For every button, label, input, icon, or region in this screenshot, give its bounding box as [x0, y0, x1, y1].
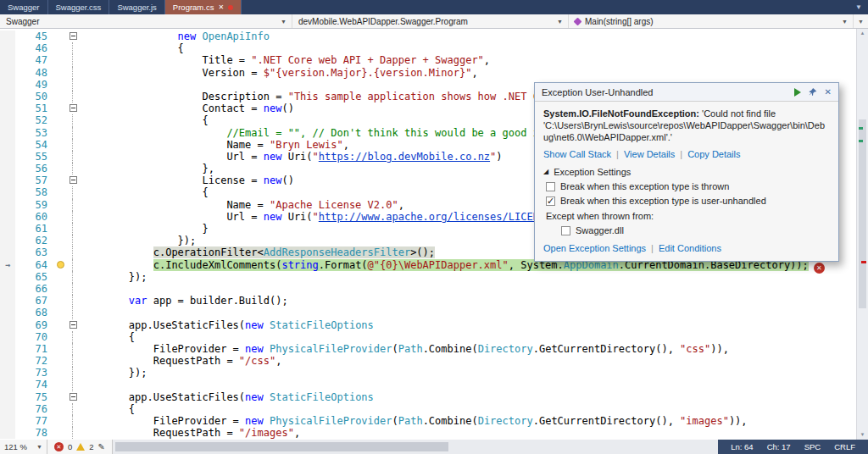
close-icon[interactable]: ✕: [218, 4, 224, 11]
breakpoint-margin[interactable]: [0, 295, 15, 307]
breakpoint-margin[interactable]: [0, 319, 15, 331]
fold-collapse-button[interactable]: [66, 102, 80, 114]
code-text[interactable]: FileProvider = new PhysicalFileProvider(…: [80, 343, 856, 355]
breakpoint-margin[interactable]: [0, 54, 15, 66]
breakpoint-margin[interactable]: [0, 367, 15, 379]
vertical-scrollbar[interactable]: ▲ ▼: [856, 29, 868, 440]
type-dropdown[interactable]: devMobile.WebAPIDapper.Swagger.Program ▼: [292, 14, 569, 28]
code-text[interactable]: var app = builder.Build();: [80, 295, 856, 307]
link-copy-details[interactable]: Copy Details: [687, 149, 740, 159]
checkbox-break-when-this-exception-type-is-user-unhandled[interactable]: [546, 197, 555, 206]
breakpoint-margin[interactable]: [0, 343, 15, 355]
code-text[interactable]: [80, 307, 856, 318]
navbar-extra-button[interactable]: ▼: [853, 14, 868, 28]
expander-icon[interactable]: ◢: [543, 169, 548, 175]
fold-collapse-button[interactable]: [66, 30, 80, 42]
breakpoint-margin[interactable]: [0, 91, 15, 102]
tab-swagger[interactable]: Swagger: [0, 0, 48, 14]
code-text[interactable]: RequestPath = "/css",: [80, 355, 856, 367]
breakpoint-margin[interactable]: [0, 379, 15, 390]
code-line-45: 45 new OpenApiInfo: [0, 30, 856, 42]
chevron-down-icon[interactable]: ▼: [838, 19, 851, 25]
current-statement-arrow-icon[interactable]: →: [0, 259, 15, 271]
breakpoint-margin[interactable]: [0, 30, 15, 42]
scroll-down-icon[interactable]: ▼: [857, 430, 868, 440]
exception-settings-header[interactable]: ◢ Exception Settings: [543, 167, 830, 177]
breakpoint-margin[interactable]: [0, 42, 15, 54]
tab-swagger-css[interactable]: Swagger.css: [48, 0, 110, 14]
member-dropdown[interactable]: Main(string[] args) ▼: [569, 14, 853, 28]
continue-icon[interactable]: [794, 88, 801, 97]
chevron-down-icon[interactable]: ▼: [855, 3, 862, 11]
breakpoint-margin[interactable]: [0, 163, 15, 174]
link-open-exception-settings[interactable]: Open Exception Settings: [543, 243, 646, 253]
link-view-details[interactable]: View Details: [624, 149, 675, 159]
scroll-up-icon[interactable]: ▲: [857, 29, 868, 38]
code-text[interactable]: Version = $"{version.Major}.{version.Min…: [80, 67, 856, 79]
zoom-control[interactable]: 121 % ▼: [0, 440, 47, 454]
breakpoint-margin[interactable]: [0, 271, 15, 283]
code-text[interactable]: {: [80, 42, 856, 54]
checkbox-break-when-this-exception-type-is-thrown[interactable]: [546, 182, 555, 191]
breakpoint-margin[interactable]: [0, 67, 15, 79]
scrollbar-thumb[interactable]: [859, 119, 866, 308]
breakpoint-margin[interactable]: [0, 415, 15, 427]
breakpoint-margin[interactable]: [0, 223, 15, 235]
line-ending-indicator[interactable]: CRLF: [834, 442, 855, 451]
code-text[interactable]: app.UseStaticFiles(new StaticFileOptions: [80, 391, 856, 403]
code-text[interactable]: });: [80, 367, 856, 379]
horizontal-scrollbar-thumb[interactable]: [115, 442, 448, 451]
chevron-down-icon[interactable]: ▼: [277, 19, 290, 25]
breakpoint-margin[interactable]: [0, 199, 15, 211]
checkbox-swagger-dll[interactable]: [561, 226, 570, 235]
error-warning-summary[interactable]: ✕ 0 2 ✎: [47, 440, 113, 454]
breakpoint-margin[interactable]: [0, 139, 15, 151]
breakpoint-margin[interactable]: [0, 307, 15, 318]
close-icon[interactable]: ✕: [825, 88, 832, 97]
link-show-call-stack[interactable]: Show Call Stack: [543, 149, 611, 159]
code-text[interactable]: {: [80, 331, 856, 343]
column-indicator[interactable]: Ch: 17: [767, 442, 791, 451]
fold-guide: [66, 415, 80, 427]
lightbulb-icon[interactable]: [54, 259, 66, 271]
breakpoint-margin[interactable]: [0, 283, 15, 295]
horizontal-scrollbar[interactable]: [113, 440, 718, 454]
breakpoint-margin[interactable]: [0, 79, 15, 91]
code-text[interactable]: {: [80, 403, 856, 415]
fold-collapse-button[interactable]: [66, 319, 80, 331]
code-text[interactable]: [80, 283, 856, 295]
breakpoint-margin[interactable]: [0, 391, 15, 403]
breakpoint-margin[interactable]: [0, 355, 15, 367]
breakpoint-margin[interactable]: [0, 246, 15, 258]
breakpoint-margin[interactable]: [0, 186, 15, 198]
breakpoint-margin[interactable]: [0, 211, 15, 223]
code-text[interactable]: RequestPath = "/images",: [80, 427, 856, 439]
chevron-down-icon[interactable]: ▼: [36, 444, 42, 450]
code-text[interactable]: Title = ".NET Core web API + Dapper + Sw…: [80, 54, 856, 66]
breakpoint-margin[interactable]: [0, 127, 15, 139]
link-edit-conditions[interactable]: Edit Conditions: [659, 243, 721, 253]
code-text[interactable]: [80, 379, 856, 390]
line-indicator[interactable]: Ln: 64: [731, 442, 753, 451]
status-bar: 121 % ▼ ✕ 0 2 ✎ Ln: 64 Ch: 17 SPC CRLF: [0, 440, 868, 454]
breakpoint-margin[interactable]: [0, 427, 15, 439]
breakpoint-margin[interactable]: [0, 235, 15, 246]
tab-swagger-js[interactable]: Swagger.js: [109, 0, 164, 14]
spaces-indicator[interactable]: SPC: [804, 442, 821, 451]
pin-icon[interactable]: [809, 87, 817, 97]
code-text[interactable]: });: [80, 271, 856, 283]
fold-collapse-button[interactable]: [66, 391, 80, 403]
breakpoint-margin[interactable]: [0, 102, 15, 114]
breakpoint-margin[interactable]: [0, 331, 15, 343]
chevron-down-icon[interactable]: ▼: [554, 19, 566, 25]
breakpoint-margin[interactable]: [0, 403, 15, 415]
breakpoint-margin[interactable]: [0, 114, 15, 126]
breakpoint-margin[interactable]: [0, 151, 15, 163]
tab-program-cs[interactable]: Program.cs✕: [165, 0, 242, 14]
breakpoint-margin[interactable]: [0, 174, 15, 186]
project-dropdown[interactable]: Swagger ▼: [0, 14, 292, 28]
code-text[interactable]: FileProvider = new PhysicalFileProvider(…: [80, 415, 856, 427]
fold-collapse-button[interactable]: [66, 174, 80, 186]
code-text[interactable]: app.UseStaticFiles(new StaticFileOptions: [80, 319, 856, 331]
code-text[interactable]: new OpenApiInfo: [80, 30, 856, 42]
